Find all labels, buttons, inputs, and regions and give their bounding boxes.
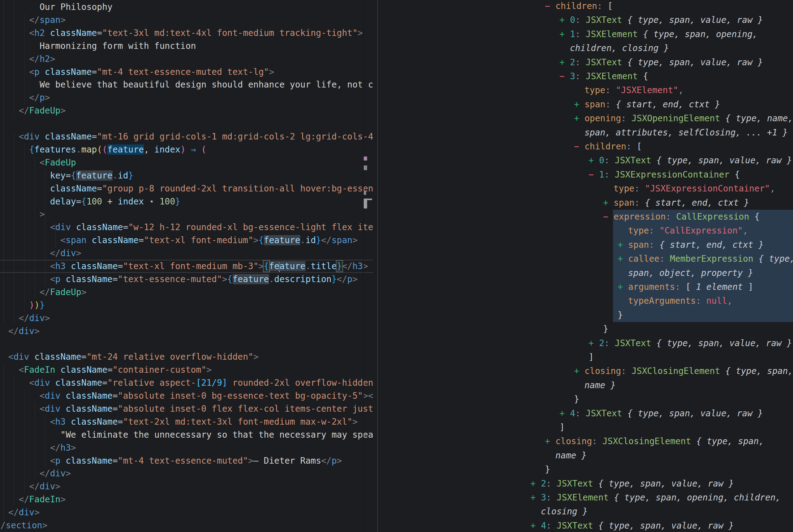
- ast-line[interactable]: −3: JSXElement {: [377, 69, 793, 83]
- code-line[interactable]: <div className="absolute inset-0 bg-esse…: [0, 390, 374, 402]
- code-line[interactable]: "We eliminate the unnecessary so that th…: [0, 429, 374, 441]
- code-line[interactable]: <div className="mt-16 grid grid-cols-1 m…: [0, 130, 374, 143]
- code-line[interactable]: className="group p-8 rounded-2xl transit…: [0, 182, 374, 195]
- collapse-toggle-icon[interactable]: −: [560, 69, 565, 83]
- ast-line[interactable]: +0: JSXText { type, span, value, raw }: [377, 153, 793, 167]
- code-line[interactable]: {features.map((feature, index) ⇒ (: [0, 143, 374, 156]
- ast-line[interactable]: +2: JSXText { type, span, value, raw }: [377, 55, 793, 69]
- expand-toggle-icon[interactable]: +: [530, 491, 536, 505]
- ast-line[interactable]: +closing: JSXClosingElement { type, span…: [377, 434, 793, 448]
- expand-toggle-icon[interactable]: +: [560, 13, 565, 27]
- ast-line[interactable]: +arguments: [ 1 element ]: [377, 280, 793, 294]
- ast-line[interactable]: ]: [377, 350, 793, 364]
- expand-toggle-icon[interactable]: +: [530, 519, 536, 532]
- ast-line[interactable]: span, attributes, selfClosing, ... +1 }: [377, 126, 793, 139]
- ast-line[interactable]: }: [377, 322, 793, 336]
- ast-line[interactable]: span, object, property }: [377, 266, 793, 280]
- ast-line[interactable]: −expression: CallExpression {: [377, 210, 793, 224]
- ast-line[interactable]: −children: [: [377, 0, 793, 13]
- code-line[interactable]: <div className="relative aspect-[21/9] r…: [0, 376, 374, 390]
- code-line[interactable]: </FadeIn>: [0, 493, 374, 506]
- ast-panel[interactable]: −children: [+0: JSXText { type, span, va…: [377, 0, 793, 532]
- code-line[interactable]: </p>: [0, 91, 374, 104]
- code-line[interactable]: delay={100 + index ⋆ 100}: [0, 195, 374, 208]
- expand-toggle-icon[interactable]: +: [545, 434, 550, 448]
- code-line[interactable]: <div className="mt-24 relative overflow-…: [0, 350, 374, 363]
- expand-toggle-icon[interactable]: +: [574, 111, 579, 125]
- code-line[interactable]: </div>: [0, 312, 374, 325]
- expand-toggle-icon[interactable]: +: [530, 477, 536, 491]
- ast-line[interactable]: type: "CallExpression",: [377, 224, 793, 238]
- expand-toggle-icon[interactable]: +: [574, 97, 579, 111]
- code-line[interactable]: >: [0, 208, 374, 221]
- ast-line[interactable]: +4: JSXText { type, span, value, raw }: [377, 519, 793, 532]
- collapse-toggle-icon[interactable]: −: [545, 0, 550, 13]
- code-line[interactable]: <div className="absolute inset-0 flex fl…: [0, 402, 374, 415]
- expand-toggle-icon[interactable]: +: [618, 238, 623, 252]
- ast-line[interactable]: +2: JSXText { type, span, value, raw }: [377, 336, 793, 350]
- ast-line[interactable]: +4: JSXText { type, span, value, raw }: [377, 406, 793, 420]
- collapse-toggle-icon[interactable]: −: [588, 168, 594, 182]
- collapse-toggle-icon[interactable]: −: [603, 210, 608, 224]
- code-line[interactable]: <h2 className="text-3xl md:text-4xl font…: [0, 26, 374, 40]
- ast-line[interactable]: +closing: JSXClosingElement { type, span…: [377, 364, 793, 378]
- expand-toggle-icon[interactable]: +: [588, 336, 594, 350]
- ast-line[interactable]: −1: JSXExpressionContainer {: [377, 168, 793, 182]
- expand-toggle-icon[interactable]: +: [560, 55, 565, 69]
- code-editor-pane[interactable]: Our Philosophy</span><h2 className="text…: [0, 0, 374, 532]
- code-line[interactable]: </div>: [0, 480, 374, 493]
- code-line[interactable]: <FadeUp: [0, 156, 374, 169]
- expand-toggle-icon[interactable]: +: [560, 406, 565, 420]
- code-line[interactable]: </div>: [0, 506, 374, 519]
- collapse-toggle-icon[interactable]: −: [574, 139, 579, 153]
- code-line[interactable]: </div>: [0, 247, 374, 260]
- ast-line[interactable]: name }: [377, 378, 793, 392]
- ast-line[interactable]: +opening: JSXOpeningElement { type, name…: [377, 111, 793, 125]
- ast-line[interactable]: typeArguments: null,: [377, 294, 793, 308]
- ast-line[interactable]: +1: JSXElement { type, span, opening,: [377, 27, 793, 41]
- ast-line[interactable]: +2: JSXText { type, span, value, raw }: [377, 477, 793, 491]
- code-line[interactable]: </h3>: [0, 441, 374, 454]
- code-line[interactable]: [0, 117, 374, 130]
- ast-line[interactable]: closing }: [377, 505, 793, 518]
- code-line[interactable]: [0, 338, 374, 350]
- ast-line[interactable]: name }: [377, 449, 793, 462]
- ast-line[interactable]: }: [377, 462, 793, 476]
- ast-line[interactable]: }: [377, 392, 793, 406]
- code-line[interactable]: </FadeUp>: [0, 286, 374, 299]
- code-line[interactable]: <h3 className="text-xl font-medium mb-3"…: [0, 260, 374, 273]
- code-line[interactable]: /section>: [0, 519, 374, 532]
- code-line[interactable]: <span className="text-xl font-medium">{f…: [0, 234, 374, 247]
- expand-toggle-icon[interactable]: +: [574, 364, 579, 378]
- ast-line[interactable]: +span: { start, end, ctxt }: [377, 196, 793, 210]
- code-line[interactable]: </div>: [0, 467, 374, 480]
- code-line[interactable]: ))}: [0, 299, 374, 312]
- ast-line[interactable]: +callee: MemberExpression { type,: [377, 252, 793, 266]
- ast-line[interactable]: +3: JSXElement { type, span, opening, ch…: [377, 491, 793, 505]
- ast-line[interactable]: type: "JSXExpressionContainer",: [377, 182, 793, 195]
- code-line[interactable]: We believe that beautiful design should …: [0, 78, 374, 91]
- ast-line[interactable]: type: "JSXElement",: [377, 83, 793, 97]
- expand-toggle-icon[interactable]: +: [560, 27, 565, 41]
- ast-line[interactable]: children, closing }: [377, 41, 793, 55]
- code-line[interactable]: <div className="w-12 h-12 rounded-xl bg-…: [0, 221, 374, 234]
- code-line[interactable]: <FadeIn className="container-custom">: [0, 363, 374, 376]
- ast-line[interactable]: +span: { start, end, ctxt }: [377, 97, 793, 111]
- ast-line[interactable]: ]: [377, 420, 793, 434]
- ast-line[interactable]: −children: [: [377, 139, 793, 153]
- code-line[interactable]: key={feature.id}: [0, 169, 374, 182]
- code-line[interactable]: </h2>: [0, 53, 374, 65]
- ast-line[interactable]: +span: { start, end, ctxt }: [377, 238, 793, 252]
- code-line[interactable]: </FadeUp>: [0, 104, 374, 117]
- code-line[interactable]: </span>: [0, 14, 374, 26]
- expand-toggle-icon[interactable]: +: [588, 153, 594, 167]
- code-line[interactable]: <p className="mt-4 text-essence-muted te…: [0, 65, 374, 79]
- expand-toggle-icon[interactable]: +: [618, 252, 623, 266]
- code-line[interactable]: <p className="mt-4 text-essence-muted">—…: [0, 454, 374, 467]
- code-line[interactable]: Our Philosophy: [0, 1, 374, 14]
- code-line[interactable]: </div>: [0, 325, 374, 338]
- code-line[interactable]: <p className="text-essence-muted">{featu…: [0, 273, 374, 286]
- expand-toggle-icon[interactable]: +: [618, 280, 623, 294]
- code-line[interactable]: <h3 className="text-2xl md:text-3xl font…: [0, 415, 374, 429]
- expand-toggle-icon[interactable]: +: [603, 196, 608, 210]
